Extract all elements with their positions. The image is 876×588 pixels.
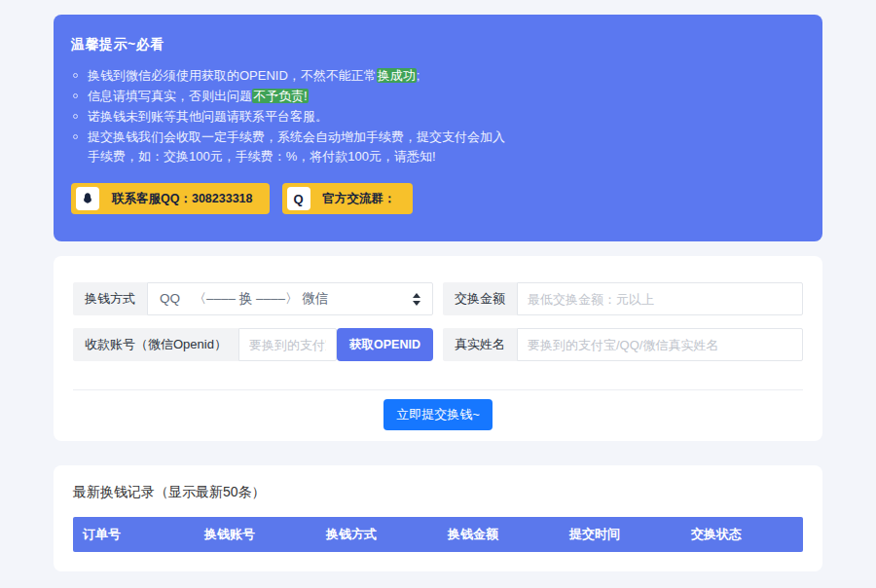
amount-input[interactable] [517, 282, 803, 315]
method-field: 换钱方式 QQ 〈–––– 换 ––––〉 微信 [73, 282, 433, 315]
notice-item: 诺换钱未到账等其他问题请联系平台客服。 [71, 107, 511, 127]
notice-text: 提交换钱我们会收取一定手续费，系统会自动增加手续费，提交支付会加入手续费，如：交… [88, 128, 511, 166]
contact-qq-button[interactable]: 联系客服QQ：308233318 [71, 183, 270, 214]
header-cell-account: 换钱账号 [195, 526, 316, 543]
notice-banner: 温馨提示~必看 换钱到微信必须使用获取的OPENID，不然不能正常换成功; 信息… [54, 15, 822, 241]
amount-label: 交换金额 [443, 282, 517, 315]
notice-list: 换钱到微信必须使用获取的OPENID，不然不能正常换成功; 信息请填写真实，否则… [71, 66, 511, 166]
highlight-text: 不予负责! [252, 89, 309, 103]
select-spinner-icon [413, 293, 420, 306]
circle-bullet-icon [73, 93, 78, 98]
qq-penguin-icon [76, 187, 99, 210]
method-select-value: QQ 〈–––– 换 ––––〉 微信 [160, 290, 328, 308]
header-cell-time: 提交时间 [560, 526, 681, 543]
notice-title: 温馨提示~必看 [71, 36, 805, 54]
circle-bullet-icon [73, 73, 78, 78]
account-input[interactable] [238, 328, 337, 361]
header-cell-amount: 换钱金额 [438, 526, 560, 543]
header-cell-method: 换钱方式 [316, 526, 438, 543]
header-cell-status: 交换状态 [681, 526, 803, 543]
notice-item: 换钱到微信必须使用获取的OPENID，不然不能正常换成功; [71, 66, 511, 86]
name-label: 真实姓名 [443, 328, 517, 361]
records-table-header: 订单号 换钱账号 换钱方式 换钱金额 提交时间 交换状态 [73, 517, 803, 552]
contact-qq-label: 联系客服QQ：308233318 [112, 191, 253, 207]
highlight-text: 换成功 [377, 68, 417, 83]
submit-exchange-button[interactable]: 立即提交换钱~ [383, 399, 493, 430]
form-divider [73, 389, 803, 390]
method-label: 换钱方式 [73, 282, 147, 315]
account-label: 收款账号（微信Openid） [73, 328, 238, 361]
notice-text: 诺换钱未到账等其他问题请联系平台客服。 [88, 107, 328, 127]
notice-item: 提交换钱我们会收取一定手续费，系统会自动增加手续费，提交支付会加入手续费，如：交… [71, 128, 511, 166]
method-select[interactable]: QQ 〈–––– 换 ––––〉 微信 [147, 282, 433, 315]
circle-bullet-icon [73, 134, 78, 139]
q-letter-icon: Q [287, 187, 310, 210]
official-group-label: 官方交流群： [323, 191, 396, 207]
name-field: 真实姓名 [443, 328, 803, 361]
amount-field: 交换金额 [443, 282, 803, 315]
notice-text: 换钱到微信必须使用获取的OPENID，不然不能正常换成功; [88, 66, 420, 86]
contact-buttons-row: 联系客服QQ：308233318 Q 官方交流群： [71, 183, 805, 214]
exchange-form-card: 换钱方式 QQ 〈–––– 换 ––––〉 微信 交换金额 收款账号（微信Ope… [54, 256, 822, 441]
name-input[interactable] [517, 328, 803, 361]
notice-item: 信息请填写真实，否则出问题不予负责! [71, 87, 511, 106]
records-title: 最新换钱记录（显示最新50条） [73, 484, 803, 501]
official-group-button[interactable]: Q 官方交流群： [282, 183, 413, 214]
account-field: 收款账号（微信Openid） 获取OPENID [73, 328, 433, 361]
header-cell-order-id: 订单号 [73, 526, 195, 543]
get-openid-button[interactable]: 获取OPENID [337, 328, 433, 361]
notice-text: 信息请填写真实，否则出问题不予负责! [88, 87, 309, 106]
circle-bullet-icon [73, 114, 78, 119]
records-card: 最新换钱记录（显示最新50条） 订单号 换钱账号 换钱方式 换钱金额 提交时间 … [54, 465, 822, 571]
